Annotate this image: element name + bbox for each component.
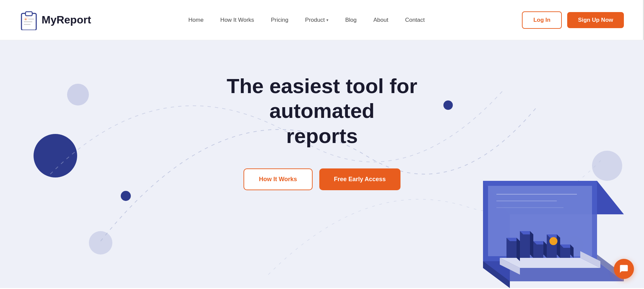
nav-actions: Log In Sign Up Now bbox=[522, 11, 624, 29]
circle-decoration-3 bbox=[121, 191, 131, 201]
nav-item-blog[interactable]: Blog bbox=[345, 17, 357, 23]
svg-marker-29 bbox=[557, 234, 560, 258]
nav-link-contact[interactable]: Contact bbox=[405, 17, 425, 23]
chat-button[interactable] bbox=[614, 259, 634, 279]
hero-buttons: How It Works Free Early Access bbox=[244, 168, 400, 190]
hero-illustration bbox=[416, 161, 644, 288]
nav-item-how-it-works[interactable]: How It Works bbox=[220, 17, 254, 23]
circle-decoration-2 bbox=[34, 134, 77, 177]
nav-link-how-it-works[interactable]: How It Works bbox=[220, 17, 254, 23]
nav-item-home[interactable]: Home bbox=[189, 17, 204, 23]
logo[interactable]: a MyReport bbox=[20, 10, 91, 30]
logo-text: MyReport bbox=[42, 14, 91, 26]
svg-marker-20 bbox=[517, 238, 520, 261]
nav-link-blog[interactable]: Blog bbox=[345, 17, 357, 23]
navbar: a MyReport Home How It Works Pricing Pro… bbox=[0, 0, 644, 40]
svg-marker-23 bbox=[530, 231, 533, 258]
nav-link-product[interactable]: Product ▾ bbox=[305, 17, 329, 23]
chat-icon bbox=[619, 264, 629, 274]
how-it-works-button[interactable]: How It Works bbox=[244, 168, 313, 190]
circle-decoration-1 bbox=[67, 84, 89, 105]
svg-rect-1 bbox=[25, 12, 32, 16]
nav-item-about[interactable]: About bbox=[373, 17, 388, 23]
svg-rect-21 bbox=[520, 231, 530, 258]
svg-text:a: a bbox=[25, 17, 26, 21]
nav-links: Home How It Works Pricing Product ▾ Blog… bbox=[189, 17, 425, 23]
hero-title: The easiest tool for automated reports bbox=[188, 74, 456, 148]
nav-item-pricing[interactable]: Pricing bbox=[271, 17, 288, 23]
nav-item-contact[interactable]: Contact bbox=[405, 17, 425, 23]
chevron-down-icon: ▾ bbox=[326, 18, 328, 22]
nav-link-about[interactable]: About bbox=[373, 17, 388, 23]
hero-section: The easiest tool for automated reports H… bbox=[0, 40, 644, 288]
nav-link-pricing[interactable]: Pricing bbox=[271, 17, 288, 23]
logo-icon: a bbox=[20, 10, 38, 30]
login-button[interactable]: Log In bbox=[522, 11, 562, 29]
early-access-button[interactable]: Free Early Access bbox=[319, 168, 400, 190]
signup-button[interactable]: Sign Up Now bbox=[567, 12, 624, 28]
nav-item-product[interactable]: Product ▾ bbox=[305, 17, 329, 23]
nav-link-home[interactable]: Home bbox=[189, 17, 204, 23]
circle-decoration-4 bbox=[89, 231, 112, 255]
svg-point-33 bbox=[549, 237, 557, 245]
